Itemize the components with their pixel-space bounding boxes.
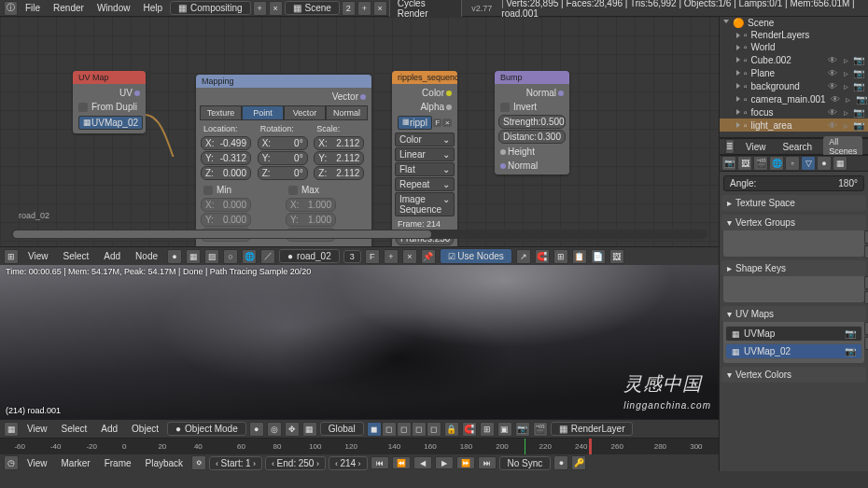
scene-remove[interactable]: × — [373, 1, 387, 16]
render-icon[interactable]: 📷 — [856, 93, 867, 105]
interp-select[interactable]: Linear⌄ — [395, 147, 455, 161]
eye-icon[interactable]: 👁 — [830, 93, 841, 105]
play-reverse[interactable]: ◀ — [413, 456, 432, 469]
tab-material[interactable]: ● — [817, 156, 832, 171]
vcolors-panel[interactable]: ▾ Vertex Colors — [721, 367, 866, 383]
end-marker[interactable] — [589, 439, 592, 454]
uvmap-field[interactable]: ▦ UVMap_02 — [78, 116, 143, 130]
max-check[interactable] — [288, 186, 298, 195]
world-shader-icon[interactable]: 🌐 — [242, 249, 257, 264]
tab-vector[interactable]: Vector — [284, 105, 326, 120]
shading-mode[interactable]: ● — [249, 422, 264, 437]
tab-texture[interactable]: ▦ — [833, 156, 847, 171]
mat-remove[interactable]: × — [402, 249, 417, 264]
outliner-item[interactable]: ▫background👁▹📷 — [720, 79, 868, 92]
pivot-icon[interactable]: ◎ — [267, 422, 282, 437]
marker-menu[interactable]: Marker — [56, 456, 96, 470]
end-frame[interactable]: ‹ End: 250 › — [265, 456, 326, 470]
editor-type-icon[interactable]: ◷ — [4, 455, 19, 470]
outliner-item[interactable]: ▫Cube.002👁▹📷 — [720, 53, 868, 66]
file-menu[interactable]: File — [20, 1, 46, 15]
select-icon[interactable]: ▹ — [840, 54, 851, 65]
from-dupli-check[interactable] — [78, 103, 88, 112]
layer-btn[interactable]: ◼ — [367, 422, 382, 437]
select-icon[interactable]: ▹ — [843, 93, 854, 105]
proj-select[interactable]: Flat⌄ — [395, 162, 455, 176]
select-icon[interactable]: ▹ — [840, 119, 851, 131]
outliner[interactable]: 🟠Scene ▫RenderLayers▫World▫Cube.002👁▹📷▫P… — [720, 17, 868, 138]
tab-object[interactable]: ▫ — [785, 156, 800, 171]
eye-icon[interactable]: 👁 — [827, 80, 838, 91]
add-menu[interactable]: Add — [95, 422, 123, 436]
loc-y[interactable]: Y:-0.312 — [201, 151, 251, 165]
uvmaps-panel[interactable]: ▾ UV Maps — [721, 306, 866, 322]
eye-icon[interactable]: 👁 — [827, 119, 838, 131]
editor-type-icon[interactable]: ▦ — [4, 422, 19, 437]
min-check[interactable] — [203, 186, 213, 195]
snap-type[interactable]: ⊞ — [480, 422, 495, 437]
orientation-selector[interactable]: Global — [320, 422, 364, 436]
range-toggle[interactable]: ⭘ — [191, 455, 206, 470]
distance-field[interactable]: Distanc:0.300 — [498, 130, 566, 144]
angle-field[interactable]: Angle:180° — [723, 175, 864, 191]
tab-texture[interactable]: Texture — [200, 105, 242, 120]
timeline[interactable]: -60 -40 -20 0 20 40 60 80 100 120 140 16… — [0, 438, 719, 454]
current-frame[interactable]: ‹ 214 › — [329, 456, 368, 470]
eye-icon[interactable]: 👁 — [827, 54, 838, 65]
source-select[interactable]: Image Sequence⌄ — [395, 192, 455, 216]
image-browse[interactable]: F — [433, 119, 442, 127]
start-frame[interactable]: ‹ Start: 1 › — [209, 456, 262, 470]
scene-add[interactable]: + — [357, 1, 371, 16]
object-menu[interactable]: Object — [126, 422, 164, 436]
node-menu[interactable]: Node — [130, 249, 163, 263]
backdrop-icon[interactable]: 🖼 — [609, 249, 624, 264]
manipulator-icon[interactable]: ✥ — [285, 422, 300, 437]
uvmap-remove[interactable]: − — [864, 337, 868, 350]
render-icon[interactable]: 📷 — [853, 106, 864, 118]
max-y[interactable]: Y:1.000 — [286, 213, 336, 227]
editor-type-icon[interactable]: ⓘ — [4, 1, 18, 16]
tab-render[interactable]: 📷 — [721, 156, 736, 171]
uvmap-item[interactable]: ▦ UVMap📷 — [725, 326, 862, 342]
render-icon[interactable]: 📷 — [853, 54, 864, 65]
window-menu[interactable]: Window — [91, 1, 136, 15]
uvmap-item-active[interactable]: ▦ UVMap_02📷 — [725, 343, 862, 359]
vgroup-add[interactable]: + — [864, 230, 868, 244]
keyframe-next[interactable]: ⏩ — [456, 456, 475, 469]
image-unlink[interactable]: × — [442, 119, 452, 127]
layout-remove[interactable]: × — [269, 1, 283, 16]
render-icon[interactable]: 📷 — [853, 119, 864, 131]
node-image-texture[interactable]: ripples_sequence… Color Alpha ▦ rippl F … — [392, 71, 457, 246]
snap-type[interactable]: ⊞ — [553, 249, 568, 264]
properties-panel[interactable]: Angle:180° ▸ Texture Space ▾ Vertex Grou… — [720, 172, 868, 471]
obj-shader-icon[interactable]: ○ — [223, 249, 238, 264]
outliner-item[interactable]: ▫light_area👁▹📷 — [720, 119, 868, 132]
keyframe-prev[interactable]: ⏪ — [392, 456, 411, 469]
rot-y[interactable]: Y:0° — [258, 151, 308, 165]
shapekey-add[interactable]: + — [864, 276, 868, 289]
jump-end[interactable]: ⏭ — [478, 456, 497, 469]
view-menu[interactable]: View — [21, 456, 53, 470]
layer-btn[interactable]: ◻ — [427, 422, 441, 437]
opengl-render-icon[interactable]: 📷 — [515, 422, 530, 437]
invert-check[interactable] — [500, 103, 510, 112]
node-editor[interactable]: UV Map UV From Dupli ▦ UVMap_02 Mapping … — [0, 17, 719, 246]
sc-z[interactable]: Z:2.112 — [314, 166, 364, 180]
frame-menu[interactable]: Frame — [99, 456, 137, 470]
select-icon[interactable]: ▹ — [840, 80, 851, 91]
help-menu[interactable]: Help — [137, 1, 168, 15]
render-menu[interactable]: Render — [48, 1, 90, 15]
add-menu[interactable]: Add — [98, 249, 126, 263]
layer-btn[interactable]: ◻ — [382, 422, 397, 437]
playback-menu[interactable]: Playback — [140, 456, 189, 470]
3d-viewport[interactable]: Time: 00:00.65 | Mem: 54.17M, Peak: 54.1… — [0, 265, 719, 419]
fake-user[interactable]: F — [365, 249, 380, 264]
tab-data[interactable]: ▽ — [801, 156, 816, 171]
outliner-item[interactable]: ▫focus👁▹📷 — [720, 105, 868, 119]
vgroups-panel[interactable]: ▾ Vertex Groups — [721, 215, 866, 230]
tab-world[interactable]: 🌐 — [769, 156, 784, 171]
jump-start[interactable]: ⏮ — [371, 456, 389, 469]
render-icon[interactable]: 📷 — [853, 67, 864, 78]
shapekeys-panel[interactable]: ▸ Shape Keys — [721, 260, 866, 276]
copy-icon[interactable]: 📋 — [572, 249, 587, 264]
